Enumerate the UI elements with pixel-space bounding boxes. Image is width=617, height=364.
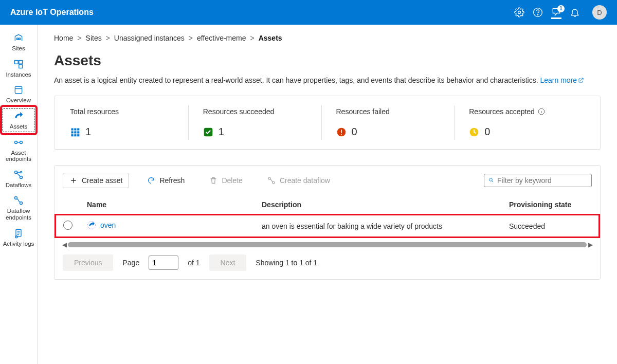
stat-label: Resources succeeded (203, 107, 307, 116)
sites-icon (13, 33, 24, 43)
create-asset-button[interactable]: Create asset (63, 173, 129, 188)
dataflow-icon (267, 176, 276, 185)
svg-point-0 (518, 11, 521, 14)
filter-input[interactable] (497, 176, 587, 185)
breadcrumb: Home > Sites > Unassigned instances > ef… (54, 34, 601, 42)
feedback-icon[interactable]: 1 (551, 9, 561, 19)
svg-point-13 (20, 171, 22, 173)
col-description[interactable]: Description (255, 195, 502, 215)
page-desc-text: An asset is a logical entity created to … (54, 76, 540, 84)
stat-succeeded: Resources succeeded 1 (189, 107, 322, 138)
delete-button: Delete (203, 173, 249, 188)
stat-label: Resources failed (336, 107, 441, 116)
info-icon[interactable] (538, 108, 545, 115)
page-description: An asset is a logical entity created to … (54, 76, 601, 84)
svg-rect-20 (77, 128, 79, 130)
svg-point-35 (489, 178, 493, 181)
instances-icon (13, 59, 24, 69)
overview-icon (13, 85, 24, 95)
topbar: Azure IoT Operations 1 D (0, 0, 617, 25)
search-icon (488, 176, 494, 185)
stat-value: 1 (219, 126, 224, 138)
svg-rect-5 (15, 60, 19, 64)
feedback-badge: 1 (557, 5, 565, 12)
breadcrumb-instance[interactable]: effective-meme (197, 34, 246, 42)
asset-name-link[interactable]: oven (87, 221, 116, 230)
page-number-input[interactable] (149, 256, 178, 270)
sidenav-item-overview[interactable]: Overview (0, 81, 37, 107)
stat-label: Resources accepted (469, 107, 573, 116)
table-row[interactable]: oven an oven is essential for baking a w… (56, 215, 600, 238)
sidenav: Sites Instances Overview Assets Asset en… (0, 25, 38, 364)
filter-input-wrapper[interactable] (484, 174, 592, 187)
sidenav-item-activity-logs[interactable]: Activity logs (0, 224, 37, 250)
refresh-button[interactable]: Refresh (140, 173, 191, 188)
svg-rect-29 (341, 130, 342, 133)
stat-value: 0 (484, 126, 490, 138)
sidenav-label: Overview (6, 97, 31, 104)
settings-icon[interactable] (514, 7, 524, 17)
error-icon (336, 127, 347, 137)
sidenav-item-dataflows[interactable]: Dataflows (0, 166, 37, 192)
dataflow-endpoints-icon (13, 195, 24, 206)
page-title: Assets (54, 52, 601, 69)
sidenav-item-sites[interactable]: Sites (0, 29, 37, 55)
assets-icon (13, 111, 24, 121)
scroll-right-arrow[interactable]: ▶ (587, 241, 594, 248)
sidenav-label: Dataflows (6, 182, 32, 189)
asset-endpoints-icon (13, 137, 24, 148)
svg-point-36 (88, 222, 96, 229)
svg-rect-3 (17, 38, 19, 40)
help-icon[interactable] (533, 7, 543, 17)
create-dataflow-button: Create dataflow (261, 173, 337, 188)
svg-rect-25 (74, 134, 76, 136)
svg-rect-8 (15, 87, 22, 94)
notifications-icon[interactable] (570, 7, 580, 17)
svg-rect-23 (77, 131, 79, 133)
horizontal-scrollbar[interactable]: ◀ ▶ (55, 241, 600, 248)
user-avatar[interactable]: D (592, 5, 607, 20)
sidenav-item-dataflow-endpoints[interactable]: Dataflow endpoints (0, 191, 37, 224)
sidenav-label: Assets (10, 123, 28, 130)
svg-rect-7 (19, 64, 23, 68)
svg-rect-21 (71, 131, 74, 133)
delete-icon (209, 176, 217, 185)
assets-table: Name Description Provisioning state oven (55, 195, 600, 238)
svg-point-2 (537, 14, 538, 15)
row-select-radio[interactable] (63, 221, 72, 230)
sidenav-label: Asset endpoints (1, 150, 36, 162)
sidenav-label: Instances (6, 71, 31, 78)
sidenav-item-asset-endpoints[interactable]: Asset endpoints (0, 133, 37, 166)
app-title: Azure IoT Operations (10, 8, 94, 17)
breadcrumb-sites[interactable]: Sites (86, 34, 102, 42)
prev-page-button: Previous (63, 254, 113, 271)
col-name[interactable]: Name (80, 195, 255, 215)
cell-description: an oven is essential for baking a wide v… (255, 215, 502, 238)
scroll-left-arrow[interactable]: ◀ (61, 241, 68, 248)
breadcrumb-home[interactable]: Home (54, 34, 73, 42)
svg-point-10 (20, 141, 23, 143)
sidenav-label: Sites (12, 45, 25, 52)
learn-more-link[interactable]: Learn more (540, 76, 585, 84)
clock-icon (469, 127, 479, 137)
svg-point-17 (15, 235, 17, 238)
asset-icon (87, 221, 96, 230)
svg-rect-6 (19, 60, 23, 64)
breadcrumb-unassigned[interactable]: Unassigned instances (114, 34, 185, 42)
stat-accepted: Resources accepted 0 (455, 107, 588, 138)
table-card: Create asset Refresh Delete Create dataf… (54, 165, 601, 280)
svg-rect-30 (341, 134, 342, 135)
refresh-icon (147, 176, 155, 185)
svg-rect-26 (77, 134, 79, 136)
sidenav-item-instances[interactable]: Instances (0, 55, 37, 81)
svg-rect-19 (74, 128, 76, 130)
sidenav-label: Activity logs (3, 241, 34, 247)
grid-icon (70, 127, 80, 137)
toolbar: Create asset Refresh Delete Create dataf… (55, 166, 600, 195)
col-state[interactable]: Provisioning state (502, 195, 600, 215)
stats-card: Total resources 1 Resources succeeded 1 … (54, 96, 601, 150)
stat-label: Total resources (70, 107, 174, 116)
page-of: of 1 (188, 259, 199, 267)
svg-point-9 (15, 141, 17, 143)
sidenav-item-assets[interactable]: Assets (0, 107, 37, 133)
